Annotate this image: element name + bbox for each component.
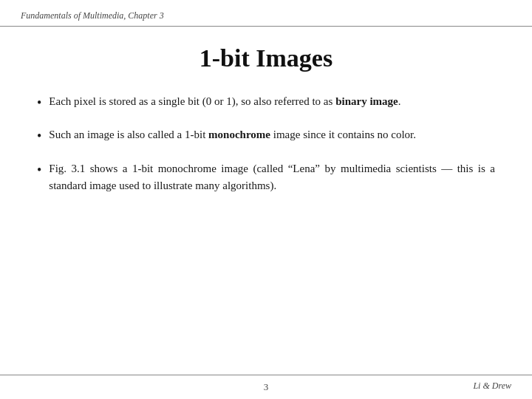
bullet-list: • Each pixel is stored as a single bit (… xyxy=(37,93,495,194)
slide-footer: 3 Li & Drew xyxy=(0,375,532,399)
bullet-dot: • xyxy=(37,128,41,145)
slide-title: 1-bit Images xyxy=(37,44,495,72)
list-item: • Fig. 3.1 shows a 1-bit monochrome imag… xyxy=(37,160,495,195)
header-text: Fundamentals of Multimedia, Chapter 3 xyxy=(21,10,164,21)
slide-container: Fundamentals of Multimedia, Chapter 3 1-… xyxy=(0,0,532,399)
bold-text: monochrome xyxy=(208,129,270,140)
main-content: 1-bit Images • Each pixel is stored as a… xyxy=(0,27,532,375)
list-item: • Each pixel is stored as a single bit (… xyxy=(37,93,495,112)
bullet-dot: • xyxy=(37,95,41,112)
list-item: • Such an image is also called a 1-bit m… xyxy=(37,126,495,145)
page-number: 3 xyxy=(21,381,511,393)
slide-header: Fundamentals of Multimedia, Chapter 3 xyxy=(0,0,532,27)
bullet-text-2: Such an image is also called a 1-bit mon… xyxy=(49,126,495,143)
bullet-text-3: Fig. 3.1 shows a 1-bit monochrome image … xyxy=(49,160,495,195)
bold-text: binary image xyxy=(335,95,398,107)
footer-author: Li & Drew xyxy=(473,381,511,392)
bullet-dot: • xyxy=(37,162,41,179)
bullet-text-1: Each pixel is stored as a single bit (0 … xyxy=(49,93,495,110)
